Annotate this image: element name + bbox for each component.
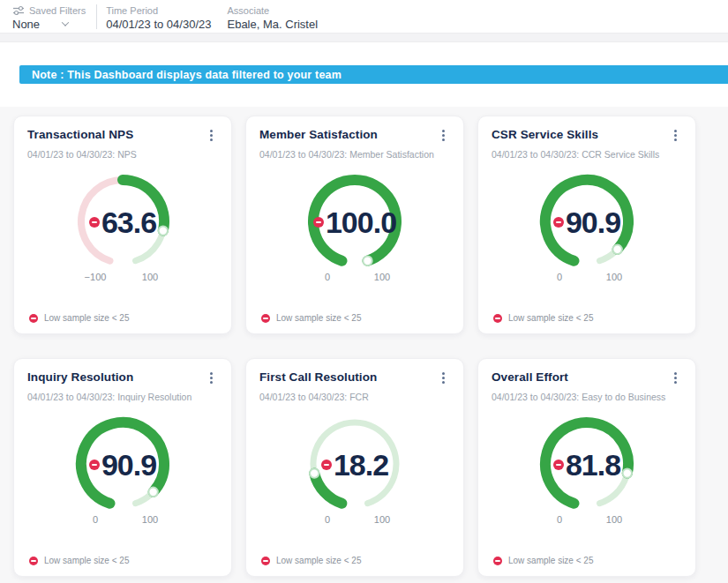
gauge-max-label: 100	[374, 272, 390, 282]
associate-label: Associate	[227, 5, 318, 16]
top-filter-bar: Saved Filters None Time Period 04/01/23 …	[0, 0, 728, 34]
card-title: CSR Service Skills	[492, 128, 598, 141]
card-subtitle: 04/01/23 to 04/30/23: Easy to do Busines…	[492, 392, 682, 402]
chevron-down-icon	[62, 19, 69, 26]
card-subtitle: 04/01/23 to 04/30/23: FCR	[259, 392, 450, 402]
card-title: Transactional NPS	[27, 128, 133, 141]
card-title: Inquiry Resolution	[27, 370, 133, 384]
gauge-value: 100.0	[326, 207, 396, 237]
low-sample-note: Low sample size < 25	[44, 313, 129, 323]
metric-card: First Call Resolution 04/01/23 to 04/30/…	[245, 358, 464, 577]
gauge-max-label: 100	[142, 272, 158, 282]
gauge-min-label: 0	[557, 272, 562, 282]
gauge-value: 18.2	[334, 450, 388, 480]
kebab-menu-icon[interactable]	[439, 370, 448, 385]
metric-card: Inquiry Resolution 04/01/23 to 04/30/23:…	[13, 358, 232, 577]
team-filter-note-banner: Note : This Dashboard displays data filt…	[19, 65, 728, 84]
gauge-chart: 0 100 18.2	[259, 406, 450, 538]
gauge-min-label: 0	[93, 514, 98, 525]
associate-group: Associate Ebale, Ma. Cristel	[227, 3, 318, 33]
gauge-max-label: 100	[606, 272, 622, 282]
gauge-max-label: 100	[142, 514, 158, 525]
saved-filters-group: Saved Filters None	[12, 3, 86, 33]
low-sample-note: Low sample size < 25	[44, 556, 129, 565]
saved-filters-dropdown[interactable]: None	[12, 18, 86, 31]
gauge-min-label: −100	[85, 272, 107, 282]
gauge-value: 90.9	[101, 450, 156, 480]
kebab-menu-icon[interactable]	[671, 128, 680, 143]
card-subtitle: 04/01/23 to 04/30/23: NPS	[27, 149, 218, 160]
card-subtitle: 04/01/23 to 04/30/23: CCR Service Skills	[492, 149, 682, 160]
low-sample-note: Low sample size < 25	[508, 556, 593, 565]
time-period-group: Time Period 04/01/23 to 04/30/23	[106, 3, 211, 33]
gauge-chart: −100 100 63.6	[27, 163, 218, 295]
card-title: Overall Effort	[492, 370, 568, 384]
kebab-menu-icon[interactable]	[439, 128, 448, 143]
card-title: First Call Resolution	[259, 370, 377, 384]
gauge-max-label: 100	[606, 514, 622, 525]
gray-strip	[0, 34, 728, 42]
low-sample-note: Low sample size < 25	[276, 313, 361, 323]
banner-zone: Note : This Dashboard displays data filt…	[0, 42, 728, 107]
card-subtitle: 04/01/23 to 04/30/23: Inquiry Resolution	[27, 392, 218, 402]
low-sample-warning-icon	[89, 460, 100, 470]
gauge-chart: 0 100 100.0	[259, 163, 450, 295]
time-period-value: 04/01/23 to 04/30/23	[106, 18, 211, 31]
filters-icon	[12, 5, 25, 16]
gauge-value: 81.8	[566, 450, 620, 480]
gauge-chart: 0 100 90.9	[492, 163, 682, 295]
low-sample-note: Low sample size < 25	[276, 556, 361, 565]
low-sample-warning-icon	[493, 557, 502, 565]
low-sample-warning-icon	[29, 314, 38, 323]
associate-value: Ebale, Ma. Cristel	[227, 18, 318, 31]
gauge-value: 90.9	[566, 207, 620, 237]
kebab-menu-icon[interactable]	[206, 128, 216, 143]
low-sample-warning-icon	[553, 460, 564, 470]
gauge-chart: 0 100 81.8	[492, 406, 682, 538]
gauge-min-label: 0	[325, 514, 330, 525]
card-title: Member Satisfaction	[259, 128, 378, 141]
metric-card: Transactional NPS 04/01/23 to 04/30/23: …	[13, 116, 232, 334]
metric-card: Member Satisfaction 04/01/23 to 04/30/23…	[245, 116, 464, 334]
saved-filters-value: None	[12, 18, 40, 31]
low-sample-warning-icon	[321, 460, 332, 470]
metric-card: CSR Service Skills 04/01/23 to 04/30/23:…	[477, 116, 696, 334]
divider	[96, 4, 97, 29]
card-subtitle: 04/01/23 to 04/30/23: Member Satisfactio…	[259, 149, 450, 160]
banner-text: Note : This Dashboard displays data filt…	[32, 69, 341, 81]
cards-grid: Transactional NPS 04/01/23 to 04/30/23: …	[13, 116, 728, 577]
low-sample-warning-icon	[89, 217, 100, 228]
metric-card: Overall Effort 04/01/23 to 04/30/23: Eas…	[477, 358, 696, 577]
kebab-menu-icon[interactable]	[671, 370, 680, 385]
dashboard-content: Transactional NPS 04/01/23 to 04/30/23: …	[0, 107, 728, 583]
gauge-chart: 0 100 90.9	[27, 406, 218, 538]
low-sample-warning-icon	[313, 217, 324, 228]
low-sample-warning-icon	[493, 314, 502, 323]
gauge-min-label: 0	[325, 272, 330, 282]
low-sample-warning-icon	[261, 557, 270, 565]
gauge-value: 63.6	[101, 207, 156, 237]
kebab-menu-icon[interactable]	[206, 370, 216, 385]
low-sample-warning-icon	[553, 217, 564, 228]
saved-filters-label: Saved Filters	[29, 5, 86, 16]
gauge-min-label: 0	[557, 514, 562, 525]
low-sample-warning-icon	[29, 557, 38, 565]
low-sample-warning-icon	[261, 314, 270, 323]
low-sample-note: Low sample size < 25	[508, 313, 593, 323]
gauge-max-label: 100	[374, 514, 390, 525]
time-period-label: Time Period	[106, 5, 211, 16]
